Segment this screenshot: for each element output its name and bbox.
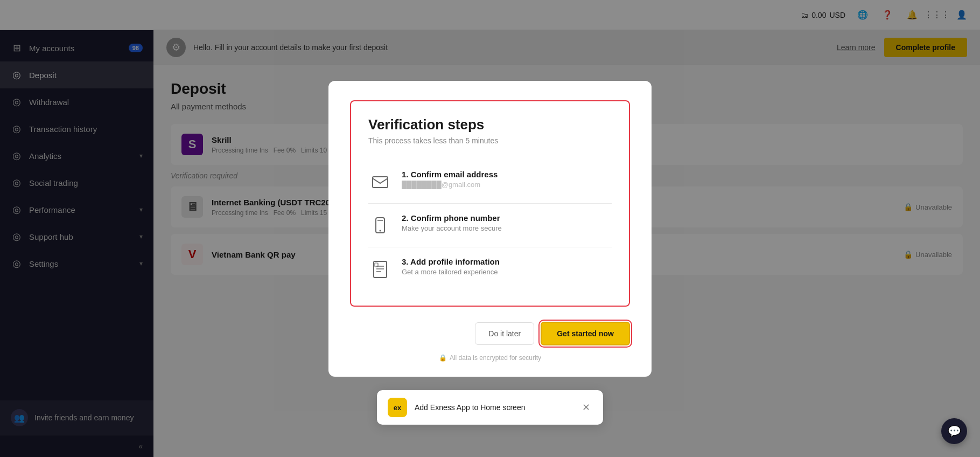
get-started-button[interactable]: Get started now: [541, 322, 630, 345]
step2-desc: Make your account more secure: [402, 224, 612, 232]
modal-actions: Do it later Get started now: [350, 322, 630, 345]
modal-footer: 🔒 All data is encrypted for security: [350, 354, 630, 362]
chat-button[interactable]: 💬: [941, 418, 967, 444]
modal-title: Verification steps: [368, 116, 612, 133]
svg-point-2: [380, 230, 381, 231]
step1-info: 1. Confirm email address ████████@gmail.…: [402, 170, 612, 189]
do-it-later-button[interactable]: Do it later: [475, 322, 534, 345]
verification-modal: Verification steps This process takes le…: [328, 81, 652, 377]
step-confirm-phone: 2. Confirm phone number Make your accoun…: [368, 204, 612, 247]
step-add-profile: 3. Add profile information Get a more ta…: [368, 247, 612, 290]
app-install-close-button[interactable]: ✕: [580, 399, 592, 416]
app-install-banner: ex Add Exness App to Home screen ✕: [377, 390, 603, 425]
profile-icon: [368, 257, 392, 281]
app-install-icon: ex: [388, 398, 407, 417]
step2-info: 2. Confirm phone number Make your accoun…: [402, 213, 612, 232]
step1-title: 1. Confirm email address: [402, 170, 612, 179]
modal-steps: 1. Confirm email address ████████@gmail.…: [368, 160, 612, 290]
svg-rect-4: [374, 261, 387, 278]
modal-overlay[interactable]: Verification steps This process takes le…: [0, 0, 980, 457]
modal-content-box: Verification steps This process takes le…: [350, 100, 630, 307]
app-install-text: Add Exness App to Home screen: [415, 403, 572, 412]
step3-title: 3. Add profile information: [402, 257, 612, 266]
modal-subtitle: This process takes less than 5 minutes: [368, 136, 612, 145]
email-icon: [368, 170, 392, 193]
step2-title: 2. Confirm phone number: [402, 213, 612, 223]
phone-icon: [368, 213, 392, 237]
step3-desc: Get a more tailored experience: [402, 268, 612, 276]
step1-email: ████████@gmail.com: [402, 181, 612, 189]
svg-rect-0: [373, 177, 388, 188]
modal-footer-text: All data is encrypted for security: [450, 354, 541, 362]
chat-icon: 💬: [948, 425, 961, 438]
step3-info: 3. Add profile information Get a more ta…: [402, 257, 612, 276]
step-confirm-email: 1. Confirm email address ████████@gmail.…: [368, 160, 612, 204]
lock-footer-icon: 🔒: [439, 354, 447, 362]
